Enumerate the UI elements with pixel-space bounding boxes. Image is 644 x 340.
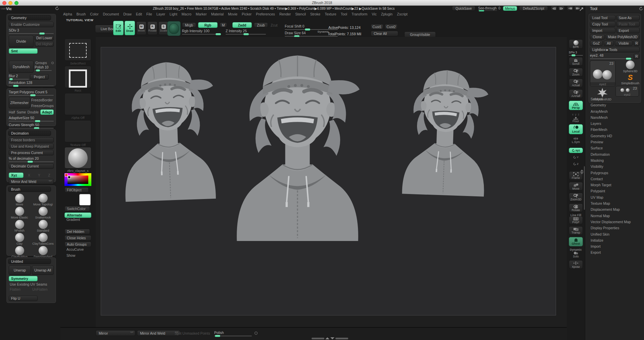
goz-r-button[interactable]: R <box>634 41 640 46</box>
clear-all-button[interactable]: Clear All <box>371 31 398 36</box>
cust2-button[interactable]: Cust2 <box>385 24 398 29</box>
polish-circle-toggle[interactable] <box>51 62 54 64</box>
menu-item[interactable]: Light <box>170 12 177 16</box>
brush-item[interactable]: DamStandard <box>32 246 54 258</box>
close-holes-button[interactable]: Close Holes <box>64 235 91 241</box>
half-button[interactable]: Half <box>9 110 15 114</box>
dynamesh-button[interactable]: DynaMesh <box>9 61 34 73</box>
menu-item[interactable]: Picker <box>242 12 251 16</box>
zremesher-button[interactable]: ZRemesher <box>9 97 30 108</box>
menu-item[interactable]: Material <box>211 12 224 16</box>
resolution-slider[interactable]: Resolution 128 <box>9 81 54 86</box>
freeze-borders-toggle[interactable]: Freeze borders <box>9 137 54 143</box>
sdiv-slider[interactable]: SDiv 3 <box>9 28 54 34</box>
tool-subpalette-item[interactable]: Polygroups <box>590 171 644 177</box>
show-button[interactable]: Show <box>66 253 75 257</box>
canvas-area[interactable] <box>96 37 567 327</box>
document-view[interactable] <box>101 47 556 315</box>
menu-item[interactable]: Brush <box>77 12 86 16</box>
menus-toggle[interactable]: Menus <box>503 6 517 11</box>
ghost-toggle[interactable]: Ghost <box>569 237 583 246</box>
simplebrush-tool[interactable]: S SimpleBrush <box>621 74 640 85</box>
divide-button[interactable]: Divide <box>9 35 34 47</box>
copy-tool-button[interactable]: Copy Tool <box>590 21 615 27</box>
uv-panel-header[interactable]: Untitled <box>8 259 51 264</box>
menu-item[interactable]: Zscript <box>397 12 408 16</box>
menu-item[interactable]: Document <box>103 12 119 16</box>
local-toggle[interactable]: Local <box>569 124 583 134</box>
goz-button[interactable]: GoZ <box>590 41 603 46</box>
load-tool-button[interactable]: Load Tool <box>590 15 615 20</box>
draw-mode-button[interactable]: Draw <box>125 21 135 35</box>
tool-subpalette-item[interactable]: Displacement Map <box>590 207 644 213</box>
enable-customize-button[interactable]: Enable Customize <box>9 22 54 27</box>
texture-selector[interactable] <box>64 120 91 142</box>
zoom-button[interactable]: Zoom <box>569 68 583 77</box>
mirror-y-toggle[interactable]: Y <box>35 173 44 177</box>
lightbox-tools-button[interactable]: Lightbox►Tools <box>590 47 640 52</box>
mirror-and-weld-button[interactable]: Mirror And Weld xyz <box>137 330 180 336</box>
menu-item[interactable]: Render <box>279 12 291 16</box>
mrgb-button[interactable]: Mrgb <box>182 22 196 28</box>
move-mode-button[interactable]: M Move <box>136 21 146 35</box>
tool-subpalette-item[interactable]: Import <box>590 244 644 250</box>
mirror-button[interactable]: Mirror xyz <box>96 330 135 336</box>
brush-item[interactable]: Move <box>9 193 30 206</box>
goz-visible-button[interactable]: Visible <box>615 41 633 46</box>
material-selector[interactable] <box>64 147 91 168</box>
tool-subpalette-item[interactable]: Morph Target <box>590 183 644 189</box>
tray-resize-handle[interactable] <box>312 337 348 339</box>
goz-all-button[interactable]: All <box>604 41 614 46</box>
smt-toggle[interactable]: Smt <box>9 48 38 54</box>
sculptris-pro-button[interactable] <box>167 21 181 36</box>
dynamesh-polish-slider[interactable]: Polish 10 <box>35 65 54 71</box>
decimation-panel-header[interactable]: Decimation <box>8 131 51 136</box>
brush-item[interactable]: SnakeHook <box>32 206 54 219</box>
tool-subpalette-item[interactable]: Polypaint <box>590 189 644 195</box>
groups-toggle[interactable]: Groups <box>35 61 54 65</box>
brush-panel-header[interactable]: Brush <box>8 187 51 192</box>
export-tool-button[interactable]: Export <box>616 28 640 33</box>
zcut-button[interactable]: Zcut <box>271 23 277 27</box>
tool-subpalette-item[interactable]: Texture Map <box>590 201 644 207</box>
freeze-border-toggle[interactable]: FreezeBorder <box>31 98 54 102</box>
collapse-left-tray-button[interactable] <box>551 6 557 11</box>
auto-groups-button[interactable]: Auto Groups <box>64 242 91 247</box>
actual-button[interactable]: Actual <box>569 79 583 87</box>
brush-item[interactable]: ClayBuildup <box>9 246 30 258</box>
see-through-handle[interactable] <box>479 10 484 11</box>
menu-item[interactable]: Transform <box>352 12 367 16</box>
project-toggle[interactable]: Project <box>30 74 49 80</box>
refresh-icon[interactable] <box>55 6 59 10</box>
default-zscript-button[interactable]: DefaultZScript <box>519 6 548 11</box>
tool-subpalette-item[interactable]: FiberMesh <box>590 128 644 134</box>
cust1-button[interactable]: Cust1 <box>371 24 383 29</box>
zoom3d-button[interactable]: Zoom3D <box>569 193 583 201</box>
unflatten-button[interactable]: UnFlatten <box>32 287 54 291</box>
brush-item[interactable]: Move Topologi <box>32 193 54 206</box>
freeze-groups-toggle[interactable]: FreezeGroups <box>31 104 54 108</box>
decimation-percent-slider[interactable]: % of decimation 20 <box>9 156 54 162</box>
target-polygons-slider[interactable]: Target Polygons Count 5 <box>9 90 54 96</box>
geometry-panel-header[interactable]: Geometry <box>8 15 51 20</box>
tool-r-button[interactable]: R <box>634 54 640 59</box>
gradient-toggle[interactable]: Gradient <box>66 217 80 222</box>
bpr-button[interactable]: BPR <box>569 39 583 49</box>
recent-tool-thumbnail[interactable]: 23 eye2 <box>615 86 639 97</box>
prev-doc-button[interactable] <box>567 6 573 11</box>
menu-item[interactable]: Draw <box>123 12 132 16</box>
persp-toggle[interactable]: Persp <box>569 101 583 110</box>
menu-item[interactable]: Preferences <box>256 12 275 16</box>
brush-item[interactable]: ClayTubesCons <box>32 233 54 245</box>
tool-subpalette-item[interactable]: UV Map <box>590 195 644 201</box>
scroll-button[interactable]: Scroll <box>569 57 583 66</box>
del-higher-button[interactable]: Del Higher <box>35 41 54 47</box>
polyframe-toggle[interactable]: PolyF <box>569 216 583 224</box>
tool-subpalette-item[interactable]: Surface <box>590 146 644 152</box>
mirror-z-toggle[interactable]: Z <box>45 173 54 177</box>
decimate-current-button[interactable]: Decimate Current <box>9 163 54 169</box>
tray-collapse-arrows[interactable] <box>580 169 584 174</box>
import-tool-button[interactable]: Import <box>590 28 615 33</box>
same-button[interactable]: Same <box>17 110 26 114</box>
transp-toggle[interactable]: Transp <box>569 226 583 235</box>
